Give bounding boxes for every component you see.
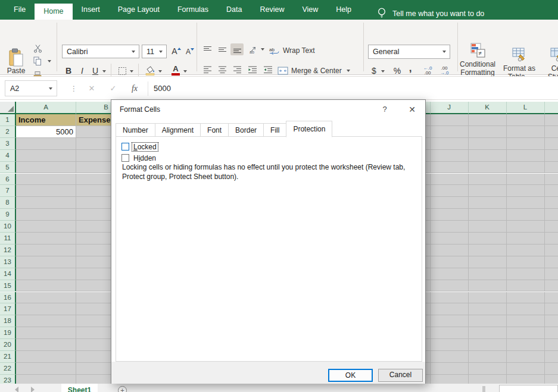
cell-A2[interactable]: 5000 bbox=[16, 126, 76, 138]
font-name-combo[interactable]: Calibri bbox=[62, 45, 139, 58]
cell-M12[interactable] bbox=[545, 244, 558, 256]
italic-button[interactable]: I bbox=[77, 65, 88, 77]
ribbon-tab-file[interactable]: File bbox=[5, 0, 35, 20]
row-header-21[interactable]: 21 bbox=[0, 351, 16, 363]
cancel-entry-button[interactable]: ✕ bbox=[85, 80, 99, 96]
cell-J23[interactable] bbox=[431, 375, 469, 384]
underline-dropdown-arrow[interactable] bbox=[102, 70, 106, 73]
cell-K6[interactable] bbox=[469, 174, 507, 186]
cell-A3[interactable] bbox=[16, 138, 76, 150]
cell-L14[interactable] bbox=[507, 268, 545, 280]
ribbon-tab-help[interactable]: Help bbox=[327, 0, 360, 20]
cell-M15[interactable] bbox=[545, 280, 558, 292]
row-header-14[interactable]: 14 bbox=[0, 268, 16, 280]
horizontal-scrollbar[interactable] bbox=[499, 385, 558, 392]
column-header-M[interactable]: M bbox=[545, 102, 558, 114]
dialog-help-button[interactable]: ? bbox=[375, 100, 394, 119]
cell-L11[interactable] bbox=[507, 233, 545, 244]
fill-color-dropdown-arrow[interactable] bbox=[158, 70, 162, 73]
cell-K3[interactable] bbox=[469, 138, 507, 150]
decrease-font-size-button[interactable]: A bbox=[185, 46, 195, 58]
cell-L5[interactable] bbox=[507, 162, 545, 174]
cell-K23[interactable] bbox=[469, 375, 507, 384]
cell-M8[interactable] bbox=[545, 197, 558, 209]
dialog-tab-number[interactable]: Number bbox=[116, 123, 155, 137]
cell-A10[interactable] bbox=[16, 221, 76, 233]
dialog-tab-protection[interactable]: Protection bbox=[286, 121, 332, 137]
cell-A14[interactable] bbox=[16, 268, 76, 280]
cell-L13[interactable] bbox=[507, 256, 545, 268]
align-left-button[interactable] bbox=[201, 64, 214, 76]
dialog-tab-border[interactable]: Border bbox=[228, 123, 264, 137]
row-header-23[interactable]: 23 bbox=[0, 375, 16, 384]
cancel-button[interactable]: Cancel bbox=[378, 369, 423, 382]
increase-font-size-button[interactable]: A bbox=[170, 45, 182, 58]
cell-A18[interactable] bbox=[16, 315, 76, 327]
cell-J10[interactable] bbox=[431, 221, 469, 233]
borders-button[interactable] bbox=[117, 65, 127, 76]
cell-A22[interactable] bbox=[16, 363, 76, 375]
dialog-close-icon[interactable]: ✕ bbox=[403, 100, 422, 119]
formula-bar-drag-handle[interactable]: ⋮ bbox=[67, 80, 81, 96]
cell-M14[interactable] bbox=[545, 268, 558, 280]
cell-L3[interactable] bbox=[507, 138, 545, 150]
cell-K17[interactable] bbox=[469, 303, 507, 315]
cell-M13[interactable] bbox=[545, 256, 558, 268]
cell-K11[interactable] bbox=[469, 233, 507, 244]
cell-K20[interactable] bbox=[469, 339, 507, 351]
dialog-tab-fill[interactable]: Fill bbox=[263, 123, 286, 137]
font-color-button[interactable]: A bbox=[170, 64, 181, 76]
cell-A17[interactable] bbox=[16, 303, 76, 315]
cell-M17[interactable] bbox=[545, 303, 558, 315]
cut-button[interactable] bbox=[31, 43, 44, 54]
row-header-11[interactable]: 11 bbox=[0, 233, 16, 244]
row-header-12[interactable]: 12 bbox=[0, 244, 16, 256]
row-header-17[interactable]: 17 bbox=[0, 303, 16, 315]
ribbon-tab-formulas[interactable]: Formulas bbox=[169, 0, 217, 20]
cell-L16[interactable] bbox=[507, 292, 545, 304]
cell-A6[interactable] bbox=[16, 174, 76, 186]
ribbon-tab-view[interactable]: View bbox=[293, 0, 327, 20]
increase-indent-button[interactable] bbox=[261, 64, 275, 76]
row-header-7[interactable]: 7 bbox=[0, 185, 16, 197]
cell-K8[interactable] bbox=[469, 197, 507, 209]
font-size-combo[interactable]: 11 bbox=[142, 45, 167, 58]
cell-K9[interactable] bbox=[469, 209, 507, 221]
row-header-2[interactable]: 2 bbox=[0, 126, 16, 138]
cell-M1[interactable] bbox=[545, 114, 558, 126]
cell-M16[interactable] bbox=[545, 292, 558, 304]
cell-J19[interactable] bbox=[431, 327, 469, 339]
align-center-button[interactable] bbox=[216, 64, 229, 76]
row-header-16[interactable]: 16 bbox=[0, 292, 16, 304]
cell-L22[interactable] bbox=[507, 363, 545, 375]
formula-input[interactable]: 5000 bbox=[154, 80, 171, 96]
row-header-4[interactable]: 4 bbox=[0, 150, 16, 162]
copy-dropdown-arrow[interactable] bbox=[48, 60, 51, 62]
bottom-align-button[interactable] bbox=[230, 43, 244, 55]
align-right-button[interactable] bbox=[230, 64, 244, 76]
name-box-dropdown-arrow[interactable] bbox=[49, 87, 52, 90]
cell-M3[interactable] bbox=[545, 138, 558, 150]
cell-M2[interactable] bbox=[545, 126, 558, 138]
cell-K5[interactable] bbox=[469, 162, 507, 174]
cell-M18[interactable] bbox=[545, 315, 558, 327]
tab-scroll-splitter[interactable] bbox=[482, 386, 485, 392]
cell-A20[interactable] bbox=[16, 339, 76, 351]
cell-A8[interactable] bbox=[16, 197, 76, 209]
accounting-dropdown-arrow[interactable] bbox=[381, 70, 385, 73]
wrap-text-button[interactable]: ab Wrap Text bbox=[269, 45, 347, 57]
ribbon-tab-page-layout[interactable]: Page Layout bbox=[109, 0, 169, 20]
cell-L2[interactable] bbox=[507, 126, 545, 138]
row-header-18[interactable]: 18 bbox=[0, 315, 16, 327]
merge-center-button[interactable]: Merge & Center bbox=[278, 65, 356, 77]
cell-J3[interactable] bbox=[431, 138, 469, 150]
cell-J14[interactable] bbox=[431, 268, 469, 280]
cell-J5[interactable] bbox=[431, 162, 469, 174]
cell-M23[interactable] bbox=[545, 375, 558, 384]
ok-button[interactable]: OK bbox=[328, 369, 373, 382]
cell-L18[interactable] bbox=[507, 315, 545, 327]
copy-button[interactable] bbox=[31, 56, 44, 67]
name-box[interactable]: A2 bbox=[5, 80, 57, 96]
cell-J17[interactable] bbox=[431, 303, 469, 315]
cell-M19[interactable] bbox=[545, 327, 558, 339]
